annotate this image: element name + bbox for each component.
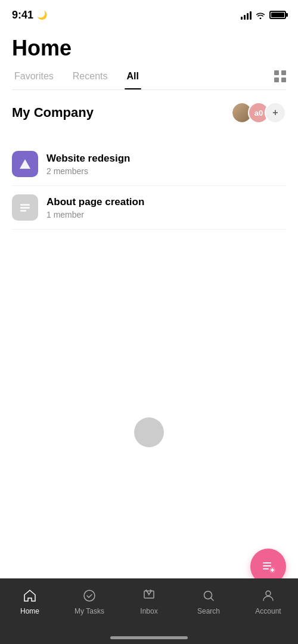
- battery-icon: [269, 11, 286, 19]
- account-icon: [260, 588, 276, 603]
- project-name-2: About page creation: [46, 196, 144, 208]
- my-tasks-icon: [82, 588, 97, 603]
- project-info-1: Website redesign 2 members: [46, 153, 130, 176]
- svg-rect-6: [263, 568, 269, 569]
- header: Home Favorites Recents All: [0, 30, 298, 90]
- grid-icon: [274, 70, 286, 82]
- tab-favorites[interactable]: Favorites: [12, 71, 56, 89]
- nav-my-tasks-label: My Tasks: [74, 607, 104, 615]
- nav-inbox[interactable]: Inbox: [119, 588, 179, 615]
- project-item-2[interactable]: About page creation 1 member: [12, 186, 286, 230]
- project-icon-1: [12, 151, 38, 177]
- svg-rect-4: [263, 562, 271, 564]
- add-member-button[interactable]: +: [265, 102, 286, 123]
- page-title: Home: [12, 36, 286, 61]
- svg-rect-1: [20, 204, 30, 206]
- wifi-icon: [255, 11, 266, 19]
- status-icons: [241, 10, 286, 20]
- search-icon: [201, 588, 216, 603]
- status-time: 9:41: [12, 9, 33, 21]
- inbox-icon: [141, 588, 157, 603]
- svg-point-10: [84, 590, 95, 601]
- svg-marker-0: [20, 159, 30, 169]
- project-list: Website redesign 2 members About page cr…: [12, 143, 286, 230]
- project-members-1: 2 members: [46, 166, 130, 176]
- company-avatars: a0 +: [231, 102, 286, 123]
- svg-rect-2: [20, 207, 30, 209]
- nav-home-label: Home: [20, 607, 39, 615]
- project-info-2: About page creation 1 member: [46, 196, 144, 219]
- project-icon-2: [12, 194, 38, 221]
- tabs: Favorites Recents All: [12, 70, 286, 90]
- home-bar: [110, 636, 188, 639]
- loading-indicator: [134, 417, 164, 447]
- grid-view-toggle[interactable]: [274, 70, 286, 89]
- svg-rect-9: [271, 569, 274, 571]
- home-icon: [22, 588, 38, 603]
- tab-all[interactable]: All: [125, 71, 141, 89]
- nav-search-label: Search: [197, 607, 220, 615]
- nav-account-label: Account: [255, 607, 281, 615]
- svg-rect-3: [20, 210, 26, 212]
- nav-home[interactable]: Home: [0, 588, 60, 615]
- moon-icon: 🌙: [37, 10, 47, 20]
- bottom-nav: Home My Tasks Inbox: [0, 578, 298, 644]
- nav-my-tasks[interactable]: My Tasks: [60, 588, 119, 615]
- nav-inbox-label: Inbox: [140, 607, 157, 615]
- tab-recents[interactable]: Recents: [70, 71, 110, 89]
- nav-account[interactable]: Account: [238, 588, 298, 615]
- svg-point-12: [266, 591, 271, 596]
- signal-icon: [241, 10, 252, 20]
- project-members-2: 1 member: [46, 210, 144, 219]
- status-bar: 9:41 🌙: [0, 0, 298, 30]
- nav-search[interactable]: Search: [179, 588, 238, 615]
- company-name: My Company: [12, 105, 94, 120]
- project-item-1[interactable]: Website redesign 2 members: [12, 143, 286, 186]
- project-name-1: Website redesign: [46, 153, 130, 165]
- company-header: My Company a0 +: [12, 102, 286, 133]
- main-content: My Company a0 + Website redesign 2 membe…: [0, 90, 298, 230]
- svg-rect-5: [263, 565, 271, 566]
